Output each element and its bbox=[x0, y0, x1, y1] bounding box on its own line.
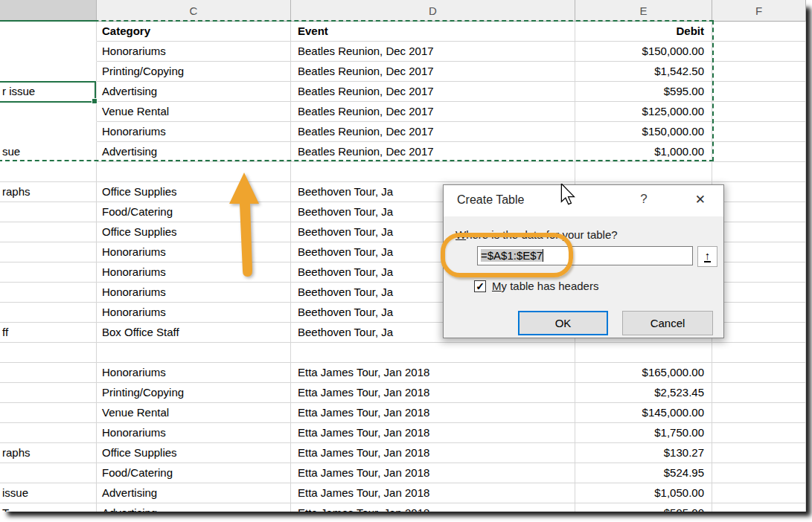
column-header-c[interactable]: C bbox=[97, 0, 291, 22]
cell-B19[interactable] bbox=[0, 383, 97, 403]
cell-B6[interactable] bbox=[0, 122, 97, 142]
column-header-e[interactable]: E bbox=[575, 0, 712, 22]
cell-F16[interactable] bbox=[712, 323, 806, 343]
cell-B9[interactable]: raphs bbox=[0, 182, 97, 202]
cell-B4[interactable]: r issue bbox=[0, 82, 97, 102]
cell-E19[interactable]: $2,523.45 bbox=[575, 383, 712, 403]
cell-E1[interactable]: Debit bbox=[575, 22, 712, 42]
cell-B14[interactable] bbox=[0, 283, 97, 303]
cell-D6[interactable]: Beatles Reunion, Dec 2017 bbox=[291, 122, 575, 142]
cell-D20[interactable]: Etta James Tour, Jan 2018 bbox=[291, 403, 575, 423]
column-header-d[interactable]: D bbox=[291, 0, 575, 22]
cell-F1[interactable] bbox=[712, 22, 806, 42]
cell-C21[interactable]: Honorariums bbox=[97, 423, 291, 443]
cell-E25[interactable]: $595.00 bbox=[575, 503, 712, 512]
cell-F25[interactable] bbox=[712, 503, 806, 512]
cell-B13[interactable] bbox=[0, 262, 97, 283]
cell-F24[interactable] bbox=[712, 483, 806, 503]
cell-F3[interactable] bbox=[712, 62, 806, 82]
collapse-dialog-button[interactable]: ↑ bbox=[697, 246, 717, 267]
cell-C5[interactable]: Venue Rental bbox=[97, 102, 291, 122]
table-range-input[interactable]: =$A$1:$E$7 bbox=[477, 246, 693, 265]
cell-E20[interactable]: $145,000.00 bbox=[575, 403, 712, 423]
cell-F6[interactable] bbox=[712, 122, 806, 142]
ok-button[interactable]: OK bbox=[518, 311, 608, 335]
cell-F22[interactable] bbox=[712, 443, 806, 463]
cell-D22[interactable]: Etta James Tour, Jan 2018 bbox=[291, 443, 575, 463]
cell-C18[interactable]: Honorariums bbox=[97, 363, 291, 383]
cell-B7[interactable]: sue bbox=[0, 142, 97, 162]
cell-D17[interactable] bbox=[291, 343, 575, 363]
cell-D8[interactable] bbox=[291, 162, 575, 182]
cell-F19[interactable] bbox=[712, 383, 806, 403]
cell-C20[interactable]: Venue Rental bbox=[97, 403, 291, 423]
cell-B11[interactable] bbox=[0, 222, 97, 242]
cell-E7[interactable]: $1,000.00 bbox=[575, 142, 712, 162]
cell-B18[interactable] bbox=[0, 363, 97, 383]
cell-C19[interactable]: Printing/Copying bbox=[97, 383, 291, 403]
cell-E4[interactable]: $595.00 bbox=[575, 82, 712, 102]
cell-D5[interactable]: Beatles Reunion, Dec 2017 bbox=[291, 102, 575, 122]
cell-D23[interactable]: Etta James Tour, Jan 2018 bbox=[291, 463, 575, 483]
cell-D4[interactable]: Beatles Reunion, Dec 2017 bbox=[291, 82, 575, 102]
cell-B12[interactable] bbox=[0, 242, 97, 262]
cell-C25[interactable]: Advertising bbox=[97, 503, 291, 512]
cell-F9[interactable] bbox=[712, 182, 806, 202]
dialog-titlebar[interactable]: Create Table ? ✕ bbox=[444, 185, 723, 216]
cell-C3[interactable]: Printing/Copying bbox=[97, 62, 291, 82]
cell-F10[interactable] bbox=[712, 202, 806, 222]
cell-F17[interactable] bbox=[712, 343, 806, 363]
cell-C16[interactable]: Box Office Staff bbox=[97, 323, 291, 343]
cell-E2[interactable]: $150,000.00 bbox=[575, 42, 712, 62]
cell-C7[interactable]: Advertising bbox=[97, 142, 291, 162]
cell-C23[interactable]: Food/Catering bbox=[97, 463, 291, 483]
cancel-button[interactable]: Cancel bbox=[622, 311, 713, 335]
column-header-b[interactable] bbox=[0, 0, 97, 22]
cell-D2[interactable]: Beatles Reunion, Dec 2017 bbox=[291, 42, 575, 62]
cell-D19[interactable]: Etta James Tour, Jan 2018 bbox=[291, 383, 575, 403]
cell-B23[interactable] bbox=[0, 463, 97, 483]
cell-B22[interactable]: raphs bbox=[0, 443, 97, 463]
close-icon[interactable]: ✕ bbox=[695, 192, 706, 207]
cell-B21[interactable] bbox=[0, 423, 97, 443]
cell-D1[interactable]: Event bbox=[291, 22, 575, 42]
cell-C6[interactable]: Honorariums bbox=[97, 122, 291, 142]
cell-C22[interactable]: Office Supplies bbox=[97, 443, 291, 463]
cell-F13[interactable] bbox=[712, 262, 806, 283]
cell-B20[interactable] bbox=[0, 403, 97, 423]
cell-D7[interactable]: Beatles Reunion, Dec 2017 bbox=[291, 142, 575, 162]
cell-E21[interactable]: $1,750.00 bbox=[575, 423, 712, 443]
column-header-f[interactable]: F bbox=[712, 0, 806, 22]
cell-B17[interactable] bbox=[0, 343, 97, 363]
cell-F7[interactable] bbox=[712, 142, 806, 162]
cell-E6[interactable]: $150,000.00 bbox=[575, 122, 712, 142]
cell-D25[interactable]: Etta James Tour, Jan 2018 bbox=[291, 503, 575, 512]
cell-C1[interactable]: Category bbox=[97, 22, 291, 42]
cell-F18[interactable] bbox=[712, 363, 806, 383]
cell-D3[interactable]: Beatles Reunion, Dec 2017 bbox=[291, 62, 575, 82]
cell-B10[interactable] bbox=[0, 202, 97, 222]
headers-checkbox-label[interactable]: My table has headers bbox=[492, 280, 598, 292]
cell-B2[interactable] bbox=[0, 42, 97, 62]
cell-B15[interactable] bbox=[0, 303, 97, 323]
cell-F21[interactable] bbox=[712, 423, 806, 443]
cell-C14[interactable]: Honorariums bbox=[97, 283, 291, 303]
cell-B5[interactable] bbox=[0, 102, 97, 122]
cell-C2[interactable]: Honorariums bbox=[97, 42, 291, 62]
cell-B24[interactable]: issue bbox=[0, 483, 97, 503]
cell-F15[interactable] bbox=[712, 303, 806, 323]
cell-F20[interactable] bbox=[712, 403, 806, 423]
cell-E8[interactable] bbox=[575, 162, 712, 182]
cell-E17[interactable] bbox=[575, 343, 712, 363]
cell-C24[interactable]: Advertising bbox=[97, 483, 291, 503]
cell-D21[interactable]: Etta James Tour, Jan 2018 bbox=[291, 423, 575, 443]
cell-F14[interactable] bbox=[712, 283, 806, 303]
cell-F8[interactable] bbox=[712, 162, 806, 182]
cell-C15[interactable]: Honorariums bbox=[97, 303, 291, 323]
cell-E3[interactable]: $1,542.50 bbox=[575, 62, 712, 82]
cell-B8[interactable] bbox=[0, 162, 97, 182]
cell-B3[interactable] bbox=[0, 62, 97, 82]
cell-E23[interactable]: $524.95 bbox=[575, 463, 712, 483]
cell-F23[interactable] bbox=[712, 463, 806, 483]
cell-B1[interactable] bbox=[0, 22, 97, 42]
